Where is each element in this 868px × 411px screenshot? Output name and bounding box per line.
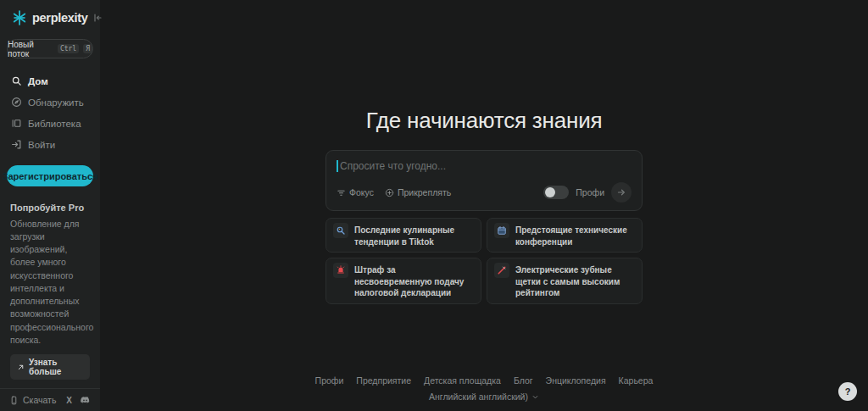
language-selector[interactable]: Английский английский): [429, 392, 539, 402]
chip-label: Предстоящие технические конференции: [515, 223, 635, 247]
pro-title: Попробуйте Pro: [10, 203, 90, 213]
focus-icon: [337, 188, 346, 197]
footer-links: Профи Предприятие Детская площадка Блог …: [100, 375, 868, 386]
sidebar-item-library[interactable]: Библиотека: [0, 113, 100, 134]
siren-icon: [333, 263, 348, 278]
download-link[interactable]: Скачать: [23, 395, 56, 405]
page-title: Где начинаются знания: [100, 108, 868, 134]
attach-plus-icon: [385, 188, 394, 197]
toggle-knob: [545, 187, 555, 197]
perplexity-logo-icon: [11, 9, 28, 26]
footer: Профи Предприятие Детская площадка Блог …: [100, 375, 868, 403]
external-link-icon: [17, 364, 25, 371]
footer-link-playground[interactable]: Детская площадка: [424, 375, 501, 386]
x-icon[interactable]: X: [66, 396, 72, 405]
sidebar-footer: Скачать X: [0, 388, 100, 411]
main-area: Где начинаются знания Спросите что угодн…: [100, 0, 868, 411]
help-button[interactable]: ?: [838, 382, 857, 401]
sidebar-item-label: Дом: [28, 76, 48, 86]
sidebar-item-home[interactable]: Дом: [0, 70, 100, 92]
signup-button[interactable]: Зарегистрироваться: [7, 165, 93, 186]
search-icon: [11, 75, 22, 86]
suggestion-chip[interactable]: Последние кулинарные тенденции в Tiktok: [326, 218, 481, 253]
attach-label: Прикреплять: [398, 187, 451, 197]
sidebar: perplexity Новый поток Ctrl Я Дом: [0, 0, 100, 411]
sidebar-item-label: Войти: [28, 140, 55, 150]
search-toolbar: Фокус Прикреплять Профи: [337, 182, 632, 203]
new-thread-button[interactable]: Новый поток Ctrl Я: [7, 39, 93, 58]
sign-in-icon: [11, 139, 22, 150]
footer-link-careers[interactable]: Карьера: [619, 375, 654, 386]
compass-icon: [11, 97, 22, 108]
search-box: Спросите что угодно... Фокус Прикреплять: [326, 150, 643, 211]
suggestion-chips: Последние кулинарные тенденции в Tiktok …: [326, 218, 643, 304]
calendar-icon: [494, 223, 509, 238]
sidebar-item-discover[interactable]: Обнаружить: [0, 92, 100, 113]
footer-link-pro[interactable]: Профи: [315, 375, 344, 386]
library-icon: [11, 118, 22, 129]
sidebar-item-sign-in[interactable]: Войти: [0, 134, 100, 155]
logo-row: perplexity: [0, 0, 100, 26]
try-pro-box: Попробуйте Pro Обновление для загрузки и…: [0, 203, 100, 388]
pro-toggle-label: Профи: [576, 187, 604, 197]
suggestion-chip[interactable]: Штраф за несвоевременную подачу налогово…: [326, 258, 481, 304]
suggestion-chip[interactable]: Электрические зубные щетки с самым высок…: [487, 258, 643, 304]
search-input[interactable]: Спросите что угодно...: [337, 160, 632, 172]
brand-wordmark: perplexity: [32, 11, 88, 25]
sidebar-nav: Дом Обнаружить Библиотека: [0, 70, 100, 155]
submit-button[interactable]: [611, 182, 632, 203]
focus-label: Фокус: [349, 187, 374, 197]
pro-description: Обновление для загрузки изображений, бол…: [10, 218, 90, 347]
chip-label: Последние кулинарные тенденции в Tiktok: [354, 223, 474, 247]
toothbrush-icon: [494, 263, 509, 278]
suggestion-chip[interactable]: Предстоящие технические конференции: [487, 218, 643, 253]
focus-button[interactable]: Фокус: [337, 187, 374, 197]
sidebar-item-label: Библиотека: [28, 119, 81, 129]
search-placeholder: Спросите что угодно...: [339, 160, 446, 172]
kbd-ya: Я: [83, 44, 92, 54]
learn-more-label: Узнать больше: [29, 358, 83, 376]
new-thread-label: Новый поток: [8, 40, 53, 58]
sidebar-item-label: Обнаружить: [28, 97, 84, 108]
magnifier-icon: [333, 223, 348, 238]
language-label: Английский английский): [429, 392, 528, 402]
chip-label: Штраф за несвоевременную подачу налогово…: [354, 263, 474, 299]
footer-link-enterprise[interactable]: Предприятие: [356, 375, 411, 386]
toolbar-right: Профи: [543, 182, 632, 203]
mobile-phone-icon: [9, 396, 19, 405]
kbd-ctrl: Ctrl: [58, 44, 79, 54]
attach-button[interactable]: Прикреплять: [385, 187, 451, 197]
chevron-down-icon: [531, 393, 539, 401]
learn-more-button[interactable]: Узнать больше: [10, 354, 90, 380]
chip-label: Электрические зубные щетки с самым высок…: [515, 263, 635, 299]
text-caret: [337, 160, 338, 172]
discord-icon[interactable]: [80, 395, 91, 406]
footer-link-encyclopedia[interactable]: Энциклопедия: [546, 375, 606, 386]
footer-link-blog[interactable]: Блог: [514, 375, 533, 386]
social-icons: X: [66, 395, 91, 406]
pro-toggle[interactable]: [543, 186, 569, 199]
